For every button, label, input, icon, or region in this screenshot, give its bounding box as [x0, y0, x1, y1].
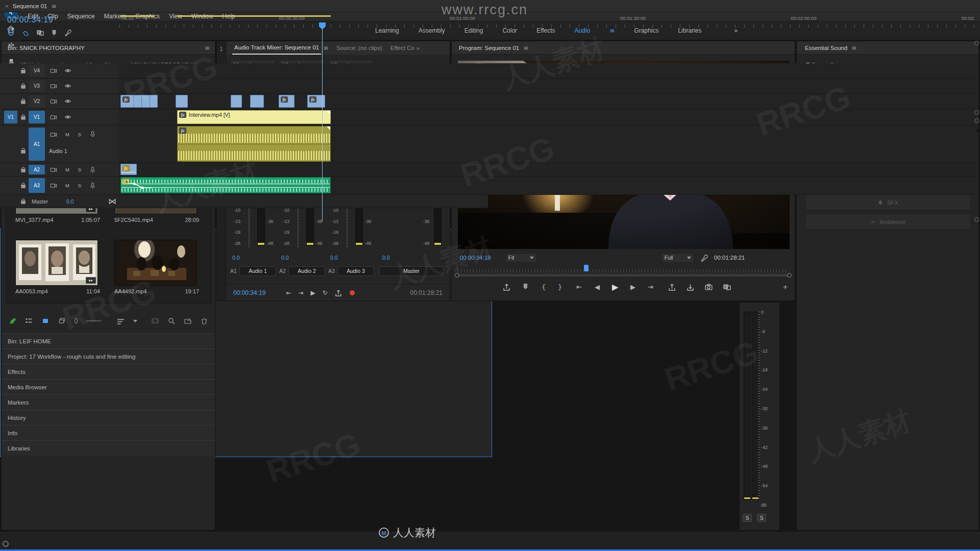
lift-icon[interactable]: [668, 283, 676, 291]
timeline-tab[interactable]: Sequence 01: [13, 3, 47, 9]
source-indicator-icon[interactable]: [49, 113, 58, 122]
track-target-v4[interactable]: V4: [29, 65, 45, 77]
panel-menu-icon[interactable]: [52, 3, 57, 10]
media-item[interactable]: ▸▸ AA0053.mp411:04: [15, 240, 100, 294]
sort-icon[interactable]: [117, 317, 125, 325]
solo-track-button[interactable]: S: [76, 165, 84, 174]
media-name[interactable]: MVI_3377.mp4: [15, 217, 54, 223]
add-marker-icon[interactable]: [51, 30, 57, 36]
track-name-button[interactable]: Audio 3: [337, 266, 374, 276]
lock-icon[interactable]: [18, 66, 28, 76]
bin-panel-title[interactable]: Bin: SNICK PHOTOGRAPHY: [8, 45, 85, 51]
go-to-out-icon[interactable]: [298, 289, 303, 296]
video-clip[interactable]: [231, 95, 242, 108]
go-to-in-icon[interactable]: [286, 289, 291, 296]
panel-tab[interactable]: Effects: [2, 364, 215, 379]
voiceover-mic-icon[interactable]: [88, 181, 97, 190]
audio-clip[interactable]: fx: [120, 164, 137, 175]
nest-icon[interactable]: [37, 29, 44, 36]
panel-tab[interactable]: Media Browser: [2, 379, 215, 394]
track-target-a3[interactable]: A3: [29, 178, 45, 193]
selected-video-clip-interview[interactable]: fx Interview.mp4 [V]: [177, 110, 331, 124]
tab-overflow-icon[interactable]: »: [416, 45, 420, 51]
extract-icon[interactable]: [687, 283, 694, 291]
writable-pen-icon[interactable]: [9, 317, 16, 325]
find-icon[interactable]: [168, 317, 175, 324]
scroll-handle-dot[interactable]: [974, 110, 979, 115]
media-name[interactable]: 5F2C5401.mp4: [114, 217, 153, 223]
track-target-a2[interactable]: A2: [29, 165, 45, 174]
video-clip[interactable]: fx: [120, 95, 158, 108]
solo-track-button[interactable]: S: [76, 130, 84, 139]
source-indicator-icon[interactable]: [49, 130, 58, 139]
chevron-down-icon[interactable]: [133, 320, 137, 322]
linked-selection-icon[interactable]: [22, 30, 30, 36]
freeform-view-icon[interactable]: [58, 317, 66, 324]
mute-track-button[interactable]: M: [63, 165, 71, 174]
eye-icon[interactable]: [63, 82, 72, 91]
fader-level-value[interactable]: 0.0: [330, 255, 338, 261]
fader-level-value[interactable]: 0.0: [281, 255, 289, 261]
video-clip[interactable]: [176, 95, 188, 108]
record-icon[interactable]: [350, 290, 355, 295]
voiceover-mic-icon[interactable]: [88, 130, 97, 139]
solo-left-button[interactable]: S: [743, 514, 752, 522]
tab-source-monitor[interactable]: Source: (no clips): [336, 45, 382, 51]
source-patch-v1[interactable]: V1: [4, 111, 17, 123]
menu-item[interactable]: Sequence: [63, 13, 100, 20]
fader-level-value[interactable]: 0.0: [382, 255, 390, 261]
program-current-timecode[interactable]: 00:00:34:19: [460, 255, 491, 261]
delete-icon[interactable]: [201, 317, 208, 324]
button-editor-icon[interactable]: [782, 283, 788, 291]
panel-tab[interactable]: Bin: LEIF HOME: [2, 333, 215, 348]
scroll-end-handle[interactable]: [455, 273, 459, 278]
tag-ambience-button[interactable]: Ambience: [806, 214, 970, 230]
tab-audio-track-mixer[interactable]: Audio Track Mixer: Sequence 01: [232, 41, 321, 55]
tag-sfx-button[interactable]: SFX: [806, 194, 970, 211]
lock-icon[interactable]: [18, 82, 28, 91]
mark-in-icon[interactable]: [542, 283, 546, 291]
track-a2-content[interactable]: fx: [119, 163, 976, 177]
fader-level-value[interactable]: 0.0: [232, 255, 240, 261]
settings-wrench-icon[interactable]: [700, 254, 708, 262]
export-icon[interactable]: [335, 289, 342, 296]
track-v2-content[interactable]: fx fx fx: [119, 94, 976, 109]
mute-track-button[interactable]: M: [63, 130, 71, 139]
program-scroll-track[interactable]: [458, 274, 789, 277]
solo-track-button[interactable]: S: [76, 181, 84, 190]
zoom-slider[interactable]: [86, 320, 101, 321]
lock-icon[interactable]: [18, 165, 28, 174]
timeline-ruler[interactable]: :00:0000:00:30:0000:01:00:0000:01:30:000…: [119, 14, 976, 35]
icon-view-icon[interactable]: [41, 317, 50, 324]
source-indicator-icon[interactable]: [49, 97, 58, 106]
voiceover-mic-icon[interactable]: [88, 165, 97, 174]
eye-icon[interactable]: [63, 97, 72, 106]
zoom-out-icon[interactable]: [75, 318, 78, 323]
media-name[interactable]: AA0053.mp4: [15, 288, 48, 294]
panel-tab[interactable]: Info: [2, 425, 215, 440]
timeline-settings-wrench-icon[interactable]: [64, 29, 71, 36]
track-target-v3[interactable]: V3: [29, 80, 45, 92]
program-playhead[interactable]: [584, 265, 589, 271]
track-v4-content[interactable]: [119, 63, 976, 79]
timeline-timecode[interactable]: 00:00:34:19: [7, 15, 53, 24]
step-back-icon[interactable]: [595, 283, 600, 291]
snap-icon[interactable]: [7, 29, 15, 36]
master-track-button[interactable]: Master: [379, 266, 444, 276]
panel-tab[interactable]: History: [2, 410, 215, 425]
track-name-button[interactable]: Audio 1: [239, 266, 276, 276]
playhead-line[interactable]: [322, 22, 323, 221]
track-a3-content[interactable]: fx: [119, 177, 976, 195]
media-name[interactable]: AA4492.mp4: [114, 288, 147, 294]
camera-export-icon[interactable]: [705, 283, 713, 291]
eye-icon[interactable]: [63, 113, 72, 122]
vertical-scrollbar[interactable]: [974, 35, 979, 536]
go-to-out-icon[interactable]: [648, 283, 653, 291]
track-target-v2[interactable]: V2: [29, 95, 45, 107]
source-indicator-icon[interactable]: [49, 165, 58, 174]
media-thumbnail[interactable]: [114, 240, 197, 286]
panel-tab[interactable]: Markers: [2, 394, 215, 410]
track-name-button[interactable]: Audio 2: [288, 266, 325, 276]
loop-icon[interactable]: [323, 289, 328, 296]
track-v3-content[interactable]: [119, 79, 976, 94]
